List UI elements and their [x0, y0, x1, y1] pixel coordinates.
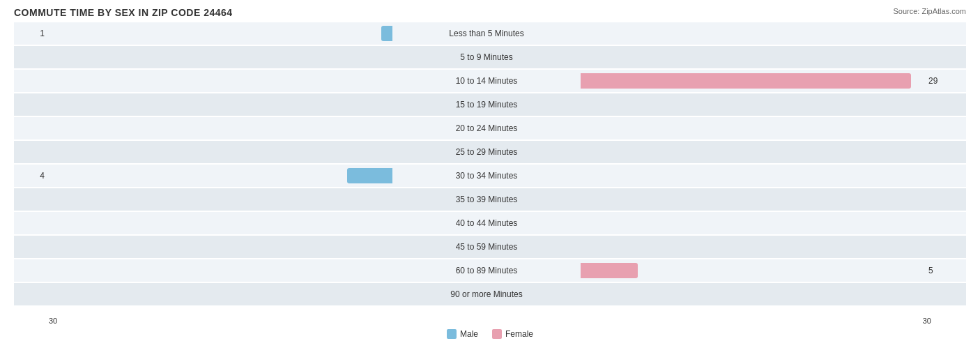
bars-wrapper: 90 or more Minutes	[49, 285, 924, 303]
female-bar	[581, 263, 638, 278]
female-legend-label: Female	[505, 329, 533, 339]
table-row: 35 to 39 Minutes	[14, 188, 966, 211]
axis-labels: 30 30	[14, 317, 966, 325]
chart-area: 1 Less than 5 Minutes 5 to 9 Minutes	[14, 22, 966, 315]
table-row: 1 Less than 5 Minutes	[14, 22, 966, 45]
right-value: 5	[924, 266, 966, 275]
bar-section: 30 to 34 Minutes	[49, 165, 924, 187]
bars-wrapper: 5 to 9 Minutes	[49, 48, 924, 66]
bar-section: 15 to 19 Minutes	[49, 93, 924, 116]
right-value: 29	[924, 76, 966, 86]
table-row: 45 to 59 Minutes	[14, 236, 966, 258]
chart-container: COMMUTE TIME BY SEX IN ZIP CODE 24464 So…	[0, 0, 980, 364]
table-row: 5 to 9 Minutes	[14, 46, 966, 68]
female-side	[487, 239, 924, 255]
male-legend-box	[447, 329, 457, 339]
male-side	[49, 121, 487, 136]
table-row: 4 30 to 34 Minutes	[14, 165, 966, 187]
male-side	[49, 192, 487, 207]
female-side	[487, 192, 924, 207]
legend-female: Female	[492, 329, 533, 339]
table-row: 90 or more Minutes	[14, 283, 966, 305]
bars-wrapper: 45 to 59 Minutes	[49, 238, 924, 256]
bar-section: 25 to 29 Minutes	[49, 141, 924, 163]
axis-left: 30	[49, 317, 57, 325]
axis-right: 30	[923, 317, 931, 325]
female-side	[487, 263, 924, 278]
bars-wrapper: 35 to 39 Minutes	[49, 190, 924, 208]
female-bar	[581, 73, 911, 89]
bar-section: Less than 5 Minutes	[49, 22, 924, 45]
female-side	[487, 144, 924, 160]
female-side	[487, 287, 924, 302]
bars-wrapper: 40 to 44 Minutes	[49, 214, 924, 232]
source-text: Source: ZipAtlas.com	[893, 7, 966, 15]
bar-section: 60 to 89 Minutes	[49, 259, 924, 282]
bar-section: 40 to 44 Minutes	[49, 212, 924, 234]
male-bar	[347, 168, 392, 183]
bar-section: 45 to 59 Minutes	[49, 236, 924, 258]
female-side	[487, 73, 924, 89]
male-side	[49, 97, 487, 112]
male-side	[49, 287, 487, 302]
male-bar	[381, 26, 392, 41]
table-row: 20 to 24 Minutes	[14, 117, 966, 139]
bars-wrapper: 15 to 19 Minutes	[49, 96, 924, 114]
bar-section: 35 to 39 Minutes	[49, 188, 924, 211]
bar-section: 20 to 24 Minutes	[49, 117, 924, 139]
bars-wrapper: 10 to 14 Minutes	[49, 72, 924, 90]
bars-wrapper: 60 to 89 Minutes	[49, 261, 924, 280]
female-side	[487, 121, 924, 136]
table-row: 10 to 14 Minutes 29	[14, 70, 966, 92]
bars-wrapper: Less than 5 Minutes	[49, 24, 924, 43]
male-legend-label: Male	[460, 329, 478, 339]
bars-wrapper: 25 to 29 Minutes	[49, 143, 924, 161]
female-side	[487, 97, 924, 112]
table-row: 25 to 29 Minutes	[14, 141, 966, 163]
bar-section: 5 to 9 Minutes	[49, 46, 924, 68]
left-value: 4	[14, 171, 49, 181]
bar-section: 90 or more Minutes	[49, 283, 924, 305]
legend-male: Male	[447, 329, 478, 339]
female-side	[487, 26, 924, 41]
table-row: 40 to 44 Minutes	[14, 212, 966, 234]
male-side	[49, 144, 487, 160]
table-row: 15 to 19 Minutes	[14, 93, 966, 116]
legend: Male Female	[14, 329, 966, 339]
chart-title: COMMUTE TIME BY SEX IN ZIP CODE 24464	[14, 7, 966, 18]
male-side	[49, 168, 487, 183]
male-side	[49, 263, 487, 278]
female-side	[487, 215, 924, 231]
female-side	[487, 168, 924, 183]
female-side	[487, 50, 924, 65]
male-side	[49, 50, 487, 65]
male-side	[49, 73, 487, 89]
bars-wrapper: 30 to 34 Minutes	[49, 167, 924, 185]
left-value: 1	[14, 29, 49, 38]
male-side	[49, 26, 487, 41]
bars-wrapper: 20 to 24 Minutes	[49, 119, 924, 137]
table-row: 60 to 89 Minutes 5	[14, 259, 966, 282]
male-side	[49, 215, 487, 231]
male-side	[49, 239, 487, 255]
female-legend-box	[492, 329, 502, 339]
bar-section: 10 to 14 Minutes	[49, 70, 924, 92]
